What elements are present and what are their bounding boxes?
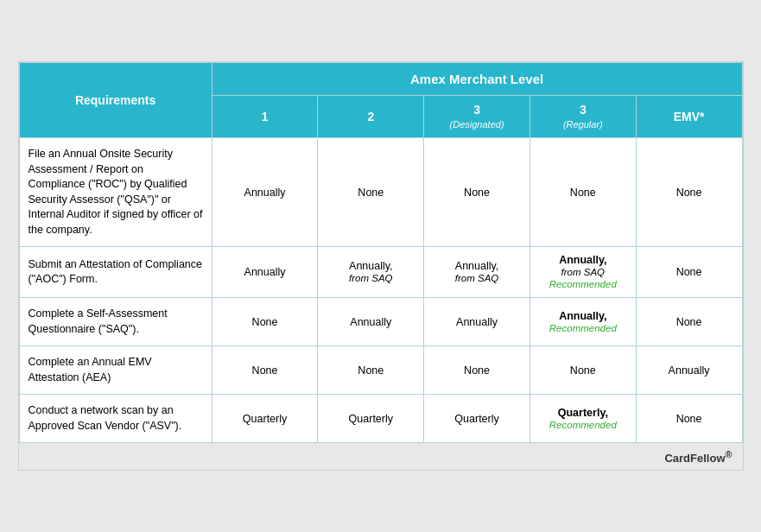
value-cell-1-1: Annually,from SAQ bbox=[318, 247, 424, 298]
value-cell-1-2: Annually,from SAQ bbox=[424, 247, 530, 298]
value-cell-2-1: Annually bbox=[318, 298, 424, 346]
footer: CardFellow® bbox=[19, 443, 743, 469]
value-cell-0-2: None bbox=[424, 138, 530, 247]
table-body: File an Annual Onsite Security Assessmen… bbox=[19, 138, 742, 443]
value-cell-3-3: None bbox=[530, 346, 636, 395]
table-row: Submit an Attestation of Compliance ("AO… bbox=[19, 247, 742, 298]
amex-level-header: Amex Merchant Level bbox=[212, 63, 742, 96]
requirement-cell-2: Complete a Self-Assessment Questionnaire… bbox=[19, 298, 212, 346]
value-cell-2-4: None bbox=[636, 298, 742, 346]
value-cell-2-0: None bbox=[212, 298, 318, 346]
col-header-4: EMV* bbox=[636, 96, 742, 138]
value-cell-1-3: Annually,from SAQRecommended bbox=[530, 247, 636, 298]
value-cell-4-0: Quarterly bbox=[212, 395, 318, 443]
value-cell-3-4: Annually bbox=[636, 346, 742, 395]
value-cell-4-1: Quarterly bbox=[318, 395, 424, 443]
requirement-cell-0: File an Annual Onsite Security Assessmen… bbox=[19, 138, 212, 247]
value-cell-2-2: Annually bbox=[424, 298, 530, 346]
value-cell-4-3: Quarterly,Recommended bbox=[530, 395, 636, 443]
value-cell-4-2: Quarterly bbox=[424, 395, 530, 443]
value-cell-1-0: Annually bbox=[212, 247, 318, 298]
value-cell-3-1: None bbox=[318, 346, 424, 395]
main-wrapper: Requirements Amex Merchant Level 123(Des… bbox=[18, 61, 744, 470]
col-header-1: 2 bbox=[318, 96, 424, 138]
requirement-cell-4: Conduct a network scan by an Approved Sc… bbox=[19, 395, 212, 443]
compliance-table: Requirements Amex Merchant Level 123(Des… bbox=[19, 62, 743, 443]
value-cell-3-0: None bbox=[212, 346, 318, 395]
table-row: File an Annual Onsite Security Assessmen… bbox=[19, 138, 742, 247]
table-title: Amex Merchant Level bbox=[410, 72, 543, 86]
table-row: Complete a Self-Assessment Questionnaire… bbox=[19, 298, 742, 346]
value-cell-0-0: Annually bbox=[212, 138, 318, 247]
value-cell-0-4: None bbox=[636, 138, 742, 247]
value-cell-2-3: Annually,Recommended bbox=[530, 298, 636, 346]
value-cell-0-1: None bbox=[318, 138, 424, 247]
value-cell-1-4: None bbox=[636, 247, 742, 298]
value-cell-3-2: None bbox=[424, 346, 530, 395]
requirement-cell-3: Complete an Annual EMV Attestation (AEA) bbox=[19, 346, 212, 395]
value-cell-0-3: None bbox=[530, 138, 636, 247]
table-row: Conduct a network scan by an Approved Sc… bbox=[19, 395, 742, 443]
requirements-header: Requirements bbox=[19, 63, 212, 138]
col-header-2: 3(Designated) bbox=[424, 96, 530, 138]
table-row: Complete an Annual EMV Attestation (AEA)… bbox=[19, 346, 742, 395]
requirement-cell-1: Submit an Attestation of Compliance ("AO… bbox=[19, 247, 212, 298]
value-cell-4-4: None bbox=[636, 395, 742, 443]
col-header-3: 3(Regular) bbox=[530, 96, 636, 138]
brand-name: CardFellow® bbox=[664, 452, 732, 465]
col-header-0: 1 bbox=[212, 96, 318, 138]
requirements-label: Requirements bbox=[75, 93, 155, 107]
